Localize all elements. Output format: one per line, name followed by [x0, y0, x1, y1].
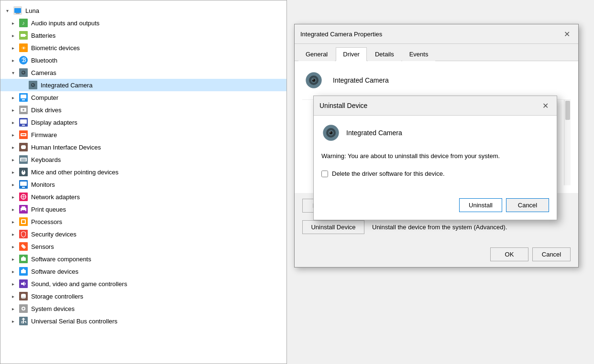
scrollbar-thumb[interactable] — [565, 101, 570, 120]
tab-details[interactable]: Details — [368, 47, 401, 61]
device-item-sensors[interactable]: ▸ Sensors — [0, 240, 286, 253]
uninstall-cancel-button[interactable]: Cancel — [506, 198, 549, 212]
device-item-bluetooth[interactable]: ▸ ℬ Bluetooth — [0, 54, 286, 66]
device-item-label: Display adapters — [31, 119, 77, 126]
cancel-button[interactable]: Cancel — [532, 247, 571, 261]
device-item-label: Biometric devices — [31, 44, 80, 52]
chevron-right-icon: ▸ — [12, 269, 18, 274]
svg-point-25 — [22, 109, 24, 111]
chevron-right-icon: ▸ — [12, 294, 18, 299]
device-item-network[interactable]: ▸ Network adapters — [0, 191, 286, 203]
chevron-right-icon: ▸ — [12, 306, 18, 311]
device-item-audio[interactable]: ▸ ♪ Audio inputs and outputs — [0, 17, 286, 29]
svg-rect-6 — [21, 34, 25, 37]
svg-rect-51 — [22, 206, 25, 208]
device-item-label: Storage controllers — [31, 293, 83, 300]
chevron-right-icon: ▸ — [12, 281, 18, 287]
device-item-batteries[interactable]: ▸ Batteries — [0, 29, 286, 42]
uninstall-titlebar: Uninstall Device ✕ — [314, 96, 557, 116]
ok-cancel-row: OK Cancel — [295, 244, 578, 267]
chevron-right-icon: ▸ — [12, 244, 18, 249]
device-item-biometric[interactable]: ▸ 👁 Biometric devices — [0, 42, 286, 54]
svg-point-83 — [312, 79, 314, 80]
uninstall-device-button[interactable]: Uninstall Device — [302, 220, 364, 234]
device-item-computer[interactable]: ▸ Computer — [0, 91, 286, 104]
device-manager-panel: ▾ Luna ▸ ♪ Audio inputs and outputs ▸ Ba… — [0, 0, 287, 364]
ok-button[interactable]: OK — [490, 247, 528, 261]
system-icon — [19, 304, 28, 313]
svg-rect-1 — [14, 8, 21, 13]
device-item-display[interactable]: ▸ Display adapters — [0, 116, 286, 128]
tab-driver[interactable]: Driver — [336, 47, 367, 61]
uninstall-device-icon — [321, 123, 341, 142]
device-item-mice[interactable]: ▸ Mice and other pointing devices — [0, 166, 286, 178]
device-item-luna[interactable]: ▾ Luna — [0, 4, 286, 17]
device-item-softcomp[interactable]: ▸ Software components — [0, 253, 286, 265]
properties-titlebar: Integrated Camera Properties ✕ — [295, 24, 578, 44]
hid-icon — [19, 142, 28, 152]
device-item-monitors[interactable]: ▸ Monitors — [0, 178, 286, 191]
chevron-right-icon: ▸ — [12, 219, 18, 225]
softcomp-icon — [19, 254, 28, 264]
device-item-processors[interactable]: ▸ Processors — [0, 215, 286, 228]
device-item-systemdev[interactable]: ▸ System devices — [0, 302, 286, 315]
footer-row-uninstall-device: Uninstall Device Uninstall the device fr… — [302, 220, 571, 234]
uninstall-device-row: Integrated Camera — [321, 123, 549, 142]
chevron-right-icon: ▸ — [12, 33, 18, 38]
svg-rect-43 — [20, 182, 27, 186]
device-item-hid[interactable]: ▸ Human Interface Devices — [0, 141, 286, 153]
device-list[interactable]: ▾ Luna ▸ ♪ Audio inputs and outputs ▸ Ba… — [0, 0, 286, 364]
camera-icon — [19, 68, 28, 77]
svg-point-70 — [21, 297, 26, 299]
audio-icon: ♪ — [19, 18, 28, 28]
checkbox-row: Delete the driver software for this devi… — [321, 170, 549, 177]
svg-point-58 — [22, 245, 25, 248]
scrollbar-track[interactable] — [564, 100, 571, 185]
device-item-print[interactable]: ▸ Print queues — [0, 203, 286, 215]
svg-rect-27 — [20, 119, 27, 124]
monitor-icon — [19, 180, 28, 189]
device-item-usb[interactable]: ▸ Universal Serial Bus controllers — [0, 315, 286, 327]
uninstall-close-button[interactable]: ✕ — [539, 100, 551, 111]
device-item-security[interactable]: ▸ Security devices — [0, 228, 286, 240]
svg-rect-2 — [16, 13, 20, 14]
device-item-sound[interactable]: ▸ Sound, video and game controllers — [0, 278, 286, 290]
svg-rect-52 — [22, 210, 25, 212]
properties-close-button[interactable]: ✕ — [561, 28, 572, 40]
chevron-right-icon: ▸ — [12, 132, 18, 138]
chevron-right-icon: ▸ — [12, 21, 18, 26]
device-item-storage[interactable]: ▸ Storage controllers — [0, 290, 286, 302]
device-item-label: Universal Serial Bus controllers — [31, 318, 118, 325]
device-item-firmware[interactable]: ▸ Firmware — [0, 128, 286, 141]
display-icon — [19, 118, 28, 127]
delete-driver-checkbox[interactable] — [321, 171, 328, 177]
svg-rect-31 — [22, 134, 25, 135]
chevron-right-icon: ▸ — [12, 319, 18, 324]
device-item-softdev[interactable]: ▸ Software devices — [0, 265, 286, 278]
device-item-keyboards[interactable]: ▸ Keyboards — [0, 153, 286, 166]
uninstall-confirm-button[interactable]: Uninstall — [459, 198, 502, 212]
svg-point-73 — [22, 308, 24, 310]
tab-general[interactable]: General — [298, 47, 335, 61]
camera-icon — [28, 80, 38, 90]
device-item-label: Batteries — [31, 32, 55, 39]
device-item-label: Monitors — [31, 181, 55, 188]
device-item-cameras[interactable]: ▾ Cameras — [0, 66, 286, 79]
device-item-integrated-camera[interactable]: ▸ Integrated Camera — [0, 79, 286, 91]
device-icon-large — [302, 69, 325, 92]
device-item-label: Audio inputs and outputs — [31, 20, 99, 27]
chevron-right-icon: ▸ — [12, 194, 18, 200]
storage-icon — [19, 291, 28, 301]
processor-icon — [19, 217, 28, 226]
svg-rect-63 — [21, 270, 26, 273]
sensors-icon — [19, 242, 28, 251]
computer-icon — [19, 93, 28, 102]
device-item-disk[interactable]: ▸ Disk drives — [0, 104, 286, 116]
svg-rect-36 — [21, 159, 26, 159]
svg-point-19 — [32, 84, 33, 85]
disk-icon — [19, 105, 28, 115]
tab-events[interactable]: Events — [402, 47, 436, 61]
delete-driver-label[interactable]: Delete the driver software for this devi… — [332, 170, 445, 177]
svg-rect-37 — [21, 160, 26, 160]
sound-icon — [19, 279, 28, 289]
